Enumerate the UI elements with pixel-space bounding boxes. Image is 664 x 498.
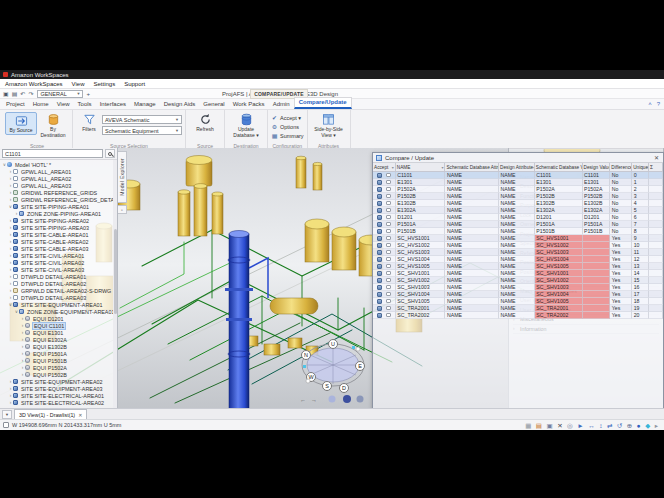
accept-checkbox[interactable] [386, 250, 391, 255]
tree-item[interactable]: ›SITE SITE-CIVIL-AREA01 [0, 252, 113, 259]
tree-item[interactable]: ›EQUI P1501B [0, 357, 113, 364]
swap-view-icon[interactable]: ⇄ [607, 420, 612, 430]
tree-item[interactable]: ›GRPWLD DETAIL-AREA02-S-DRWG [0, 287, 113, 294]
compare-row[interactable]: P1502BNAMENAMEP1502BP1502BNo3 [373, 193, 663, 200]
menu-item-support[interactable]: Support [124, 81, 145, 87]
accept-action-icon[interactable] [377, 250, 382, 255]
accept-checkbox[interactable] [386, 180, 391, 185]
schematic-type-combo[interactable]: Schematic Equipment ▼ [102, 126, 182, 135]
filter-icon[interactable]: ▾ [392, 165, 394, 170]
tree-item[interactable]: ›SITE SITE-CABLE-AREA02 [0, 238, 113, 245]
accept-button[interactable]: ✔ Accept ▾ [271, 114, 304, 122]
accept-action-icon[interactable] [377, 180, 382, 185]
column-header-σ[interactable]: Σ [649, 163, 663, 171]
accept-checkbox[interactable] [386, 292, 391, 297]
accept-checkbox[interactable] [386, 257, 391, 262]
app-button-icon[interactable]: ▣ [3, 89, 9, 99]
tree-scrollbar[interactable] [113, 160, 117, 408]
tree-item-selected[interactable]: ›EQUI C1101 [0, 322, 113, 329]
close-icon[interactable]: ✕ [653, 154, 660, 161]
ribbon-tab-general[interactable]: General [199, 100, 228, 109]
accept-cell[interactable] [373, 284, 396, 291]
accept-checkbox[interactable] [386, 222, 391, 227]
schematic-source-combo[interactable]: AVEVA Schematic ▼ [102, 115, 182, 124]
compare-row[interactable]: SC_SHV1001NAMENAMESC_SHV1001Yes14 [373, 270, 663, 277]
close-icon[interactable]: ✕ [78, 412, 82, 418]
save-icon[interactable]: ▤ [12, 89, 18, 99]
tree-item[interactable]: ›EQUI E1302A [0, 336, 113, 343]
ribbon-tab-manage[interactable]: Manage [130, 100, 160, 109]
tree-item[interactable]: ›EQUI P1502B [0, 371, 113, 378]
tree-item[interactable]: ›GPWL ALL_AREA02 [0, 175, 113, 182]
redo-icon[interactable]: ↷ [28, 89, 33, 99]
accept-action-icon[interactable] [377, 222, 382, 227]
accept-action-icon[interactable] [377, 194, 382, 199]
ribbon-tab-home[interactable]: Home [29, 100, 53, 109]
ribbon-tab-interfaces[interactable]: Interfaces [96, 100, 130, 109]
accept-action-icon[interactable] [377, 208, 382, 213]
tree-item[interactable]: ›SITE SITE-EQUIPMENT-AREA02 [0, 378, 113, 385]
accept-cell[interactable] [373, 277, 396, 284]
compare-row[interactable]: D1201NAMENAMED1201D1201No6 [373, 214, 663, 221]
tree-item[interactable]: ∨SITE SITE-EQUIPMENT-AREA01 [0, 301, 113, 308]
accept-checkbox[interactable] [386, 236, 391, 241]
column-header-schematic-database-value[interactable]: Schematic Database Value▾ [535, 163, 583, 171]
tree-item[interactable]: ›GPWL ALL_AREA01 [0, 168, 113, 175]
compare-row[interactable]: SC_HVS1004NAMENAMESC_HVS1004Yes12 [373, 256, 663, 263]
search-input[interactable] [2, 149, 103, 158]
ribbon-tab-compare-update[interactable]: Compare/Update [294, 97, 352, 109]
ribbon-tab-view[interactable]: View [53, 100, 74, 109]
clipboard-icon[interactable]: ▤ [536, 420, 542, 430]
compare-row[interactable]: E1302BNAMENAMEE1302BE1302BNo4 [373, 200, 663, 207]
refresh-button[interactable]: Refresh [189, 112, 221, 133]
tree-item[interactable]: ›SITE SITE-ELECTRICAL-AREA02 [0, 399, 113, 406]
ribbon-tab-project[interactable]: Project [2, 100, 29, 109]
compare-row[interactable]: SC_TRA2001NAMENAMESC_TRA2001Yes19 [373, 305, 663, 312]
filter-icon[interactable]: ▾ [441, 165, 443, 170]
accept-cell[interactable] [373, 228, 396, 235]
accept-cell[interactable] [373, 249, 396, 256]
orbit-icon[interactable]: ● [637, 420, 641, 430]
column-header-difference[interactable]: Difference▾ [610, 163, 632, 171]
accept-cell[interactable] [373, 172, 396, 179]
menu-item-amazon-workspaces[interactable]: Amazon WorkSpaces [5, 81, 63, 87]
accept-checkbox[interactable] [386, 187, 391, 192]
tree-item[interactable]: ›DTWPLD DETAIL-AREA01 [0, 273, 113, 280]
accept-action-icon[interactable] [377, 173, 382, 178]
view-tab-3d[interactable]: 3D View(1) - Drawlist(1) ✕ [14, 409, 87, 419]
tree-item[interactable]: ∨ZONE ZONE-EQUIPMENT-AREA01 [0, 308, 113, 315]
search-button[interactable] [105, 149, 115, 158]
pin-icon[interactable]: ▫ [118, 205, 127, 214]
tree-item[interactable]: ›GRIDWL REFERENCE_GRIDS [0, 189, 113, 196]
tree-item[interactable]: ›ZONE ZONE-PIPING-AREA01 [0, 210, 113, 217]
accept-action-icon[interactable] [377, 243, 382, 248]
filters-button[interactable]: Filters [76, 112, 102, 133]
tree-item[interactable]: ∨Model 'HOTL' * [0, 161, 113, 168]
accept-cell[interactable] [373, 305, 396, 312]
compare-row[interactable]: SC_HVS1003NAMENAMESC_HVS1003Yes11 [373, 249, 663, 256]
column-header-uniqueid[interactable]: UniqueId▾ [632, 163, 649, 171]
accept-action-icon[interactable] [377, 292, 382, 297]
accept-checkbox[interactable] [386, 229, 391, 234]
accept-checkbox[interactable] [386, 173, 391, 178]
column-header-schematic-database-attribute[interactable]: Schematic Database Attribute▾ [445, 163, 499, 171]
accept-checkbox[interactable] [386, 243, 391, 248]
accept-action-icon[interactable] [377, 215, 382, 220]
accept-action-icon[interactable] [377, 201, 382, 206]
compare-row[interactable]: E1302ANAMENAMEE1302AE1302ANo5 [373, 207, 663, 214]
accept-cell[interactable] [373, 263, 396, 270]
accept-cell[interactable] [373, 193, 396, 200]
accept-cell[interactable] [373, 221, 396, 228]
accept-cell[interactable] [373, 298, 396, 305]
tree-item[interactable]: ›EQUI P1501A [0, 350, 113, 357]
update-database-button[interactable]: Update Database ▾ [228, 112, 264, 138]
model-explorer-tab[interactable]: Model Explorer [118, 151, 127, 203]
accept-cell[interactable] [373, 235, 396, 242]
accept-cell[interactable] [373, 312, 396, 319]
tree-item[interactable]: ›EQUI E1301 [0, 329, 113, 336]
compare-row[interactable]: C1101NAMENAMEC1101C1101No0 [373, 172, 663, 179]
tree-item[interactable]: ›SITE SITE-PIPING-AREA02 [0, 217, 113, 224]
compare-row[interactable]: SC_SHV1003NAMENAMESC_SHV1003Yes16 [373, 284, 663, 291]
pan-horizontal-icon[interactable]: ↔ [588, 420, 595, 430]
accept-checkbox[interactable] [386, 208, 391, 213]
